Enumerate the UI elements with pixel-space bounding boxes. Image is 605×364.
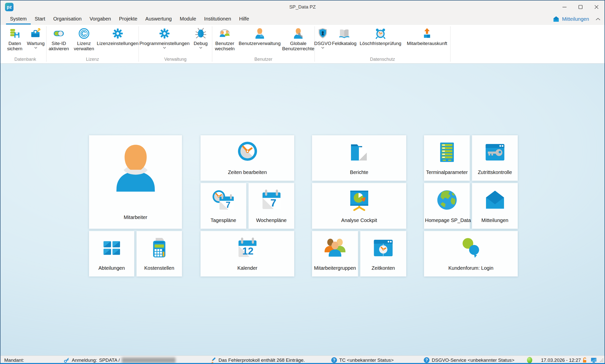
ribbon-button-lizenzeinstellungen[interactable]: Lizenzeinstellungen <box>97 25 138 54</box>
user-switch-icon <box>219 28 230 39</box>
ribbon-button-site-id-aktivieren[interactable]: Site-ID aktivieren <box>46 25 71 54</box>
unlock-icon <box>582 357 588 364</box>
ribbon-group-lizenz: Site-ID aktivieren Lizenz verwalten <box>46 25 138 63</box>
key-icon <box>64 357 70 363</box>
server-icon <box>436 141 458 164</box>
close-button[interactable] <box>588 0 604 14</box>
tile-zeiten-bearbeiten[interactable]: Zeiten bearbeiten <box>200 135 294 181</box>
ribbon-button-daten-sichern[interactable]: Daten sichern <box>4 25 25 54</box>
maximize-icon <box>578 5 583 9</box>
svg-text:7: 7 <box>226 200 230 210</box>
minimize-button[interactable] <box>556 0 572 14</box>
ribbon-group-datenbank: Daten sichern Wartung <box>4 25 46 63</box>
svg-text:7: 7 <box>270 197 276 209</box>
tile-kalender[interactable]: 12 Kalender <box>200 231 294 276</box>
tile-homepage-spdata[interactable]: Homepage SP_Data <box>424 183 470 229</box>
tile-mitarbeitergruppen[interactable]: Mitarbeitergruppen <box>312 231 358 276</box>
statusbar-icons <box>582 356 598 364</box>
menu-tab-institutionen[interactable]: Institutionen <box>200 14 235 24</box>
tile-mitteilungen[interactable]: Mitteilungen <box>472 183 518 229</box>
app-window: pz SP_Data PZ System Start Organisation … <box>0 0 605 364</box>
report-folder-icon <box>348 141 371 164</box>
shield-lock-icon <box>317 28 328 39</box>
tile-zeitkonten[interactable]: Zeitkonten <box>360 231 406 276</box>
ribbon-button-benutzer-wechseln[interactable]: Benutzer wechseln <box>212 25 237 54</box>
menu-tab-start[interactable]: Start <box>31 14 49 24</box>
envelope-icon <box>553 16 560 22</box>
menu-tab-projekte[interactable]: Projekte <box>115 14 141 24</box>
calendar-week-icon: 7 <box>260 188 283 212</box>
gear-icon <box>159 28 170 39</box>
statusbar-tc-status: TC <unbekannter Status> <box>331 356 394 364</box>
tile-analyse-cockpit[interactable]: Analyse Cockpit <box>312 183 406 229</box>
ribbon-group-label: Benutzer <box>212 57 314 62</box>
datetime-text: 17.03.2026 - 12:27 <box>541 358 581 363</box>
ribbon-toolbar: Daten sichern Wartung <box>0 24 604 64</box>
ribbon-button-programmeinstellungen[interactable]: Programmeinstellungen <box>140 25 190 54</box>
envelope-open-icon <box>484 188 506 212</box>
statusbar-errorlog[interactable]: Das Fehlerprotokoll enthält 268 Einträge… <box>210 356 305 364</box>
ribbon-button-lizenz-verwalten[interactable]: Lizenz verwalten <box>72 25 96 54</box>
ribbon-button-globale-benutzerrechte[interactable]: Globale Benutzerrechte <box>282 25 314 54</box>
tile-wochenplaene[interactable]: 7 Wochenpläne <box>248 183 294 229</box>
help-icon <box>424 357 430 363</box>
menu-tab-hilfe[interactable]: Hilfe <box>235 14 253 24</box>
tile-mitarbeiter[interactable]: Mitarbeiter <box>89 135 182 229</box>
ribbon-group-label: Lizenz <box>46 57 138 62</box>
main-content: Mitarbeiter Zeiten bearbeiten Berichte <box>0 64 604 356</box>
ribbon-button-loeschfristenpruefung[interactable]: Löschfristenprüfung <box>358 25 403 54</box>
ribbon-group-verwaltung: Programmeinstellungen Debug <box>139 25 212 63</box>
menu-tab-organisation[interactable]: Organisation <box>49 14 86 24</box>
tile-berichte[interactable]: Berichte <box>312 135 406 181</box>
ribbon-group-label: Datenbank <box>4 57 46 62</box>
tc-status-text: TC <unbekannter Status> <box>339 358 394 363</box>
statusbar-mandant: Mandant: <box>4 356 24 364</box>
ribbon-group-benutzer: Benutzer wechseln Benutzerverwaltung <box>212 25 314 63</box>
ribbon-button-dsgvo[interactable]: DSGVO <box>315 25 331 54</box>
login-label: Anmeldung: <box>72 358 97 363</box>
chevron-down-icon <box>163 47 166 49</box>
ribbon-button-mitarbeiterauskunft[interactable]: Mitarbeiterauskunft <box>404 25 450 54</box>
menu-tab-system[interactable]: System <box>6 14 31 24</box>
copyright-icon <box>78 28 90 39</box>
resize-grip[interactable] <box>600 356 604 364</box>
menu-tab-auswertung[interactable]: Auswertung <box>141 14 176 24</box>
close-icon <box>594 5 599 9</box>
notifications-button[interactable]: Mitteilungen <box>553 14 600 24</box>
calendar-month-icon: 12 <box>236 236 259 260</box>
tile-zutrittskontrolle[interactable]: Zutrittskontrolle <box>472 135 518 181</box>
tile-tagesplaene[interactable]: 7 Tagespläne <box>200 183 246 229</box>
menu-tab-vorgaben[interactable]: Vorgaben <box>86 14 115 24</box>
edit-log-icon <box>210 357 216 364</box>
login-user: SPDATA / <box>99 358 120 363</box>
ribbon-group-label: Verwaltung <box>139 57 212 62</box>
ribbon-button-wartung[interactable]: Wartung <box>26 25 46 54</box>
ribbon-button-debug[interactable]: Debug <box>190 25 211 54</box>
tile-kostenstellen[interactable]: Kostenstellen <box>136 231 182 276</box>
calculator-icon <box>148 236 171 260</box>
window-title: SP_Data PZ <box>0 0 604 14</box>
chat-bubbles-icon <box>460 236 482 258</box>
monitor-icon <box>590 357 598 364</box>
window-key-icon <box>484 141 506 164</box>
ribbon-button-benutzerverwaltung[interactable]: Benutzerverwaltung <box>238 25 282 54</box>
grip-dots-icon <box>600 358 604 362</box>
ribbon-group-label: Datenschutz <box>315 57 450 62</box>
chevron-down-icon <box>199 47 202 49</box>
mandant-label: Mandant: <box>4 358 24 363</box>
grid-squares-icon <box>100 236 123 260</box>
notifications-label: Mitteilungen <box>562 16 589 22</box>
menu-tab-module[interactable]: Module <box>176 14 200 24</box>
titlebar: pz SP_Data PZ <box>0 0 604 14</box>
tile-abteilungen[interactable]: Abteilungen <box>89 231 134 276</box>
clock-calendar-icon: 7 <box>212 188 236 212</box>
user-icon <box>254 28 266 39</box>
ribbon-group-datenschutz: DSGVO Feldkatalog <box>315 25 450 63</box>
chevron-up-icon[interactable] <box>596 18 600 20</box>
window-clock-icon <box>372 236 395 260</box>
tile-terminalparameter[interactable]: Terminalparameter <box>424 135 470 181</box>
statusbar-connection <box>527 356 532 364</box>
maximize-button[interactable] <box>572 0 588 14</box>
ribbon-button-feldkatalog[interactable]: Feldkatalog <box>331 25 357 54</box>
tile-kundenforum-login[interactable]: Kundenforum: Login <box>424 231 518 276</box>
